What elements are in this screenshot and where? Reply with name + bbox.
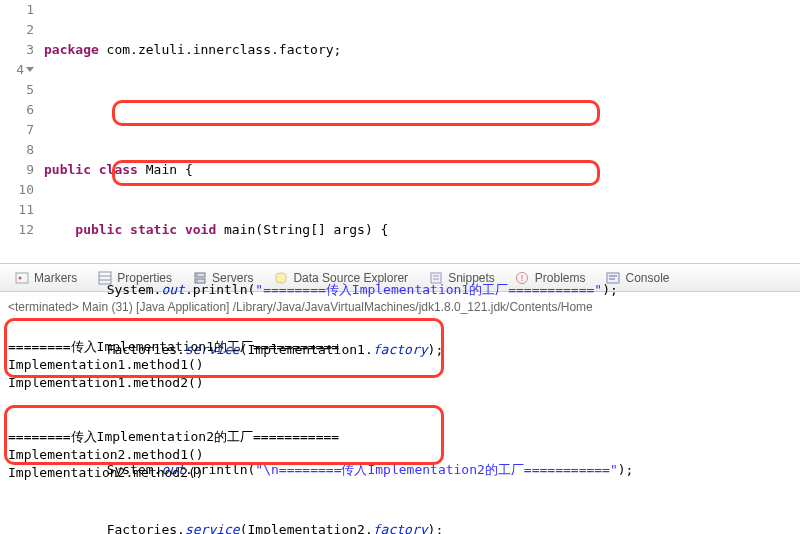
code-editor[interactable]: 1 2 3 4 5 6 7 8 9 10 11 12 package com.z… xyxy=(0,0,800,264)
line-number: 1 xyxy=(0,0,34,20)
code-content[interactable]: package com.zeluli.innerclass.factory; p… xyxy=(38,0,800,263)
console-line: Implementation1.method1() xyxy=(8,357,204,372)
line-number: 2 xyxy=(0,20,34,40)
line-number: 3 xyxy=(0,40,34,60)
console-output[interactable]: ========传入Implementation1的工厂=========== … xyxy=(8,320,792,534)
console-line: Implementation2.method1() xyxy=(8,447,204,462)
line-number: 4 xyxy=(0,60,34,80)
console-line: ========传入Implementation2的工厂=========== xyxy=(8,429,339,444)
line-number: 10 xyxy=(0,180,34,200)
svg-point-1 xyxy=(18,276,21,279)
code-line: System.out.println("========传入Implementa… xyxy=(44,280,800,300)
line-number: 6 xyxy=(0,100,34,120)
line-number: 11 xyxy=(0,200,34,220)
line-gutter: 1 2 3 4 5 6 7 8 9 10 11 12 xyxy=(0,0,38,263)
fold-marker-icon[interactable] xyxy=(26,67,34,72)
line-number: 9 xyxy=(0,160,34,180)
line-number: 7 xyxy=(0,120,34,140)
line-number: 12 xyxy=(0,220,34,240)
line-number: 5 xyxy=(0,80,34,100)
console-view: <terminated> Main (31) [Java Application… xyxy=(0,292,800,534)
code-line: public class Main { xyxy=(44,160,800,180)
markers-icon xyxy=(14,270,29,285)
console-line: Implementation2.method2() xyxy=(8,465,204,480)
console-line: ========传入Implementation1的工厂=========== xyxy=(8,339,339,354)
code-line: public static void main(String[] args) { xyxy=(44,220,800,240)
svg-rect-0 xyxy=(16,273,28,283)
line-number: 8 xyxy=(0,140,34,160)
code-line xyxy=(44,100,800,120)
console-line: Implementation1.method2() xyxy=(8,375,204,390)
code-line: package com.zeluli.innerclass.factory; xyxy=(44,40,800,60)
